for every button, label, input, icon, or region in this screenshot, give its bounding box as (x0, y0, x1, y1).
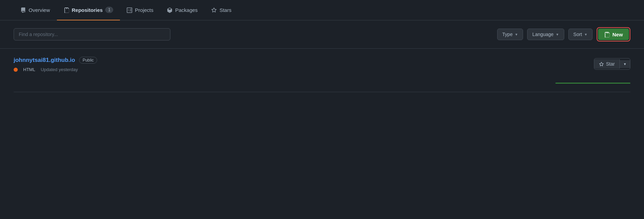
tab-overview-label: Overview (29, 7, 50, 13)
repo-list: johnnytsai81.github.io Public HTML Updat… (0, 49, 644, 92)
tab-packages[interactable]: Packages (160, 0, 204, 20)
sort-label: Sort (573, 32, 582, 37)
new-repo-icon (604, 31, 610, 37)
star-dropdown-button[interactable]: ▼ (620, 60, 630, 68)
language-chevron-icon: ▼ (556, 33, 559, 36)
repo-title-row: johnnytsai81.github.io Public (14, 57, 97, 64)
repo-updated: Updated yesterday (41, 67, 78, 72)
new-button-label: New (612, 32, 623, 37)
projects-icon (127, 7, 132, 13)
search-input[interactable] (14, 28, 170, 40)
repo-meta: HTML Updated yesterday (14, 67, 97, 72)
tab-projects-label: Projects (135, 7, 153, 13)
package-icon (167, 7, 172, 13)
language-bar (555, 83, 630, 84)
type-label: Type (502, 32, 512, 37)
repositories-badge: 1 (105, 7, 113, 13)
star-icon (599, 61, 604, 67)
star-nav-icon (211, 7, 217, 13)
book-icon (20, 7, 26, 13)
type-dropdown-button[interactable]: Type ▼ (497, 29, 523, 40)
language-dot-icon (14, 68, 18, 72)
new-repository-button[interactable]: New (598, 29, 629, 40)
repo-info: johnnytsai81.github.io Public HTML Updat… (14, 57, 97, 72)
tab-overview[interactable]: Overview (14, 0, 57, 20)
star-button[interactable]: Star (594, 59, 620, 69)
tab-stars-label: Stars (219, 7, 231, 13)
star-label: Star (606, 61, 615, 67)
toolbar: Type ▼ Language ▼ Sort ▼ New (0, 20, 644, 49)
tab-repositories-label: Repositories (72, 7, 103, 13)
repo-icon (64, 7, 69, 13)
nav-tabs: Overview Repositories 1 Projects Package… (0, 0, 644, 20)
star-dropdown-chevron-icon: ▼ (623, 62, 627, 66)
table-row: johnnytsai81.github.io Public HTML Updat… (14, 49, 630, 92)
tab-stars[interactable]: Stars (204, 0, 238, 20)
new-button-wrapper: New (597, 27, 630, 41)
tab-repositories[interactable]: Repositories 1 (57, 0, 120, 20)
tab-packages-label: Packages (175, 7, 198, 13)
language-label: Language (532, 32, 553, 37)
sort-chevron-icon: ▼ (584, 33, 587, 36)
language-dropdown-button[interactable]: Language ▼ (527, 29, 564, 40)
star-button-wrapper: Star ▼ (594, 58, 630, 70)
repo-language: HTML (23, 67, 35, 72)
repo-visibility-badge: Public (79, 57, 97, 64)
repo-name-link[interactable]: johnnytsai81.github.io (14, 57, 75, 64)
tab-projects[interactable]: Projects (120, 0, 160, 20)
type-chevron-icon: ▼ (515, 33, 518, 36)
sort-dropdown-button[interactable]: Sort ▼ (568, 29, 593, 40)
